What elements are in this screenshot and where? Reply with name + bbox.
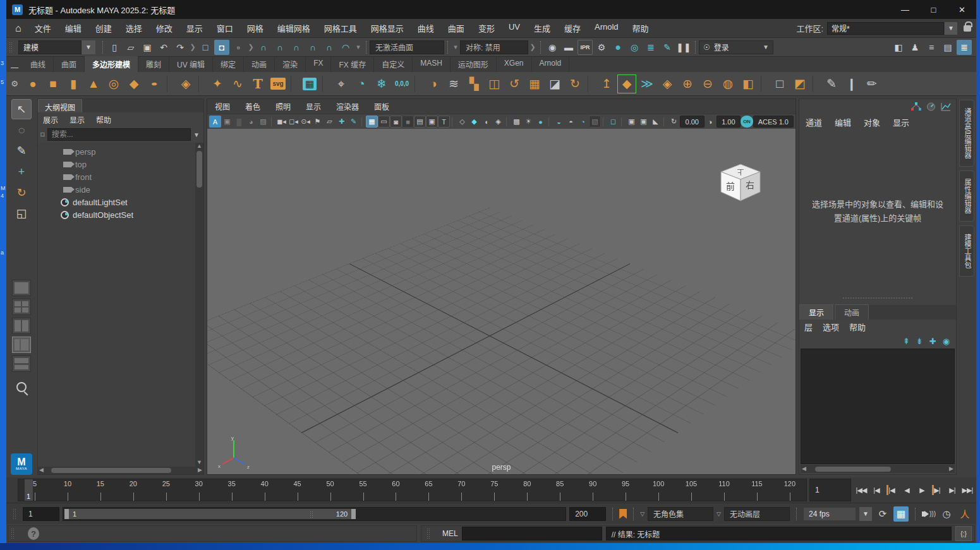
viewport-icon[interactable] [506, 117, 509, 127]
shelf-tab[interactable]: 雕刻 [138, 56, 169, 72]
range-start-handle[interactable] [64, 509, 69, 519]
scroll-right-icon[interactable]: ▶ [949, 465, 953, 473]
animation-preferences-icon[interactable]: ▦ [893, 506, 909, 522]
viewport-icon[interactable]: ▣ [221, 116, 233, 128]
viewport-icon[interactable]: ■ [402, 116, 414, 128]
shelf-button[interactable]: 0,0,0 [392, 75, 411, 93]
viewport-menu-item[interactable]: 照明 [275, 101, 291, 112]
viewport-icon[interactable]: ⊙◂ [299, 116, 312, 128]
shelf-tab[interactable]: 曲面 [54, 56, 85, 72]
shelf-button[interactable]: ▦ [300, 75, 319, 93]
viewport-icon[interactable]: ◔ [577, 116, 589, 128]
statusline-icon[interactable]: ∩ [305, 40, 320, 55]
viewport-icon[interactable] [271, 117, 274, 127]
outliner-item[interactable]: defaultLightSet [38, 196, 195, 208]
audio-icon[interactable]: ))) [922, 510, 936, 517]
shelf-button[interactable]: ◍ [718, 75, 737, 93]
fps-select[interactable]: 24 fps [803, 507, 856, 521]
scroll-up-icon[interactable]: ▲ [197, 143, 202, 150]
menu-item[interactable]: 创建 [88, 20, 119, 37]
render-icon[interactable]: ◉ [545, 40, 560, 55]
shelf-button[interactable]: ▚ [464, 75, 483, 93]
scrollbar-thumb[interactable] [51, 468, 171, 473]
shelf-button[interactable]: ◩ [790, 75, 809, 93]
mel-label[interactable]: MEL [442, 529, 458, 538]
speed-dial-icon[interactable] [926, 102, 936, 111]
graph-icon[interactable] [941, 102, 951, 111]
render-icon[interactable]: ▬ [561, 40, 576, 55]
shelf-button[interactable]: ◆ [617, 75, 636, 93]
scrollbar-thumb[interactable] [197, 151, 202, 188]
shelf-button[interactable]: ❙ [842, 75, 861, 93]
layout-outliner-persp-button[interactable] [12, 337, 31, 353]
viewport-icon[interactable]: ◈ [492, 116, 504, 128]
scroll-down-icon[interactable]: ▼ [197, 459, 202, 467]
drag-handle[interactable] [9, 42, 13, 53]
shelf-button[interactable] [414, 76, 421, 92]
statusline-icon[interactable]: ▱ [123, 40, 138, 55]
viewport-icon[interactable] [361, 117, 364, 127]
sidebar-toggle-icon[interactable]: ◧ [891, 40, 906, 55]
sidebar-vertical-tab[interactable]: 通道盒/层编辑器 [959, 100, 974, 167]
current-frame-field[interactable]: 1 [809, 479, 851, 501]
playback-button[interactable]: |◀ [869, 482, 884, 498]
menu-item[interactable]: UV [502, 20, 527, 37]
range-slider-track[interactable]: 1 120 [63, 507, 566, 521]
shelf-button[interactable]: ⊕ [678, 75, 697, 93]
range-end-handle[interactable] [351, 509, 356, 519]
toolbox-tool[interactable]: ↻ [11, 182, 32, 203]
outliner-vertical-scrollbar[interactable]: ▲ ▼ [195, 143, 203, 467]
shelf-button[interactable]: ⌖ [332, 75, 351, 93]
menu-item[interactable]: 曲线 [411, 20, 441, 37]
menu-item[interactable]: 缓存 [557, 20, 588, 37]
layer-icon[interactable]: ◉ [943, 337, 950, 346]
scrollbar-thumb[interactable] [815, 467, 891, 472]
menu-item[interactable]: 选择 [119, 20, 149, 37]
character-set-select[interactable]: 无角色集 [648, 507, 713, 521]
viewport-icon[interactable]: ↻ [668, 116, 680, 128]
viewport-icon[interactable]: ▩ [511, 116, 523, 128]
shelf-button[interactable] [322, 76, 329, 92]
shelf-button[interactable]: ● [23, 75, 42, 93]
chevron-down-icon[interactable]: ▼ [859, 507, 872, 521]
shelf-button[interactable] [761, 76, 767, 92]
viewport-icon[interactable]: ☀ [523, 116, 535, 128]
outliner-item[interactable]: side [38, 183, 195, 196]
outliner-menu-item[interactable]: 帮助 [96, 114, 111, 125]
shelf-button[interactable] [291, 76, 297, 92]
shelf-button[interactable]: ✎ [822, 75, 841, 93]
outliner-item[interactable]: defaultObjectSet [38, 208, 195, 221]
channel-menu-item[interactable]: 显示 [893, 116, 909, 128]
outliner-item[interactable]: top [38, 158, 195, 170]
shelf-button[interactable]: ↺ [505, 75, 524, 93]
zoom-tool-icon[interactable] [16, 382, 27, 392]
viewport-icon[interactable] [603, 117, 605, 127]
evaluation-runner-icon[interactable]: 人 [957, 506, 972, 522]
viewport-icon[interactable]: ▧ [589, 116, 601, 128]
viewport-icon[interactable]: ▣ [426, 116, 438, 128]
viewport-icon[interactable]: ▦ [366, 116, 378, 128]
viewport-icon[interactable]: ● [535, 116, 547, 128]
shelf-button[interactable] [198, 76, 205, 92]
viewport-icon[interactable]: ⚑ [312, 116, 324, 128]
shelf-button[interactable]: ◑ [424, 75, 443, 93]
layer-tab[interactable]: 显示 [799, 304, 833, 320]
statusline-icon[interactable]: ▯ [107, 40, 122, 55]
viewport-menu-item[interactable]: 视图 [215, 101, 230, 112]
channel-menu-item[interactable]: 编辑 [835, 116, 851, 128]
channel-menu-item[interactable]: 通道 [806, 116, 822, 128]
toolbox-tool[interactable]: ↖ [11, 99, 32, 119]
drag-handle[interactable] [426, 528, 431, 539]
viewport-icon[interactable]: ▣ [626, 116, 638, 128]
layer-menu-item[interactable]: 帮助 [849, 321, 866, 333]
menu-item[interactable]: 生成 [527, 20, 557, 37]
selection-filter-icon[interactable]: ⌑ [40, 130, 45, 140]
shelf-button[interactable]: ◈ [176, 75, 195, 93]
shelf-tab[interactable]: XGen [497, 56, 532, 72]
chevron-down-icon[interactable]: ▽ [717, 511, 721, 517]
view-cube[interactable]: 上 前 右 [713, 159, 768, 213]
shelf-button[interactable] [588, 76, 594, 92]
viewport-icon[interactable] [663, 117, 666, 127]
layer-icon[interactable]: ✚ [929, 337, 936, 346]
viewport-icon[interactable]: ◑ [705, 116, 717, 128]
